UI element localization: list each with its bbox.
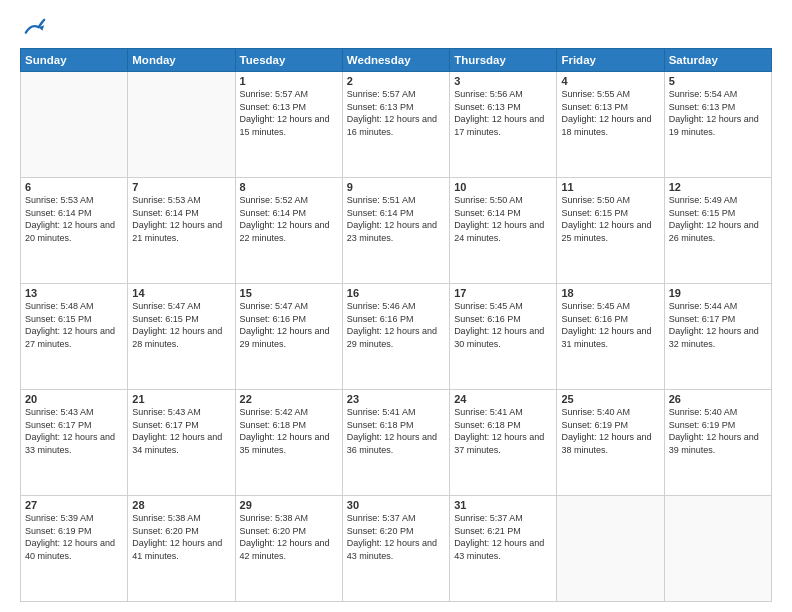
day-info: Sunrise: 5:55 AM Sunset: 6:13 PM Dayligh… — [561, 88, 659, 138]
calendar-cell: 15Sunrise: 5:47 AM Sunset: 6:16 PM Dayli… — [235, 284, 342, 390]
calendar-cell: 10Sunrise: 5:50 AM Sunset: 6:14 PM Dayli… — [450, 178, 557, 284]
calendar-cell: 23Sunrise: 5:41 AM Sunset: 6:18 PM Dayli… — [342, 390, 449, 496]
day-info: Sunrise: 5:38 AM Sunset: 6:20 PM Dayligh… — [132, 512, 230, 562]
day-number: 12 — [669, 181, 767, 193]
day-number: 7 — [132, 181, 230, 193]
weekday-header-monday: Monday — [128, 49, 235, 72]
day-number: 19 — [669, 287, 767, 299]
calendar-cell: 22Sunrise: 5:42 AM Sunset: 6:18 PM Dayli… — [235, 390, 342, 496]
day-number: 4 — [561, 75, 659, 87]
day-number: 14 — [132, 287, 230, 299]
calendar-cell: 16Sunrise: 5:46 AM Sunset: 6:16 PM Dayli… — [342, 284, 449, 390]
day-number: 17 — [454, 287, 552, 299]
day-number: 10 — [454, 181, 552, 193]
day-info: Sunrise: 5:42 AM Sunset: 6:18 PM Dayligh… — [240, 406, 338, 456]
day-number: 13 — [25, 287, 123, 299]
calendar-cell: 7Sunrise: 5:53 AM Sunset: 6:14 PM Daylig… — [128, 178, 235, 284]
day-number: 1 — [240, 75, 338, 87]
day-number: 21 — [132, 393, 230, 405]
day-info: Sunrise: 5:49 AM Sunset: 6:15 PM Dayligh… — [669, 194, 767, 244]
day-info: Sunrise: 5:38 AM Sunset: 6:20 PM Dayligh… — [240, 512, 338, 562]
weekday-header-sunday: Sunday — [21, 49, 128, 72]
day-info: Sunrise: 5:40 AM Sunset: 6:19 PM Dayligh… — [561, 406, 659, 456]
calendar-cell: 31Sunrise: 5:37 AM Sunset: 6:21 PM Dayli… — [450, 496, 557, 602]
week-row-4: 20Sunrise: 5:43 AM Sunset: 6:17 PM Dayli… — [21, 390, 772, 496]
calendar-cell: 9Sunrise: 5:51 AM Sunset: 6:14 PM Daylig… — [342, 178, 449, 284]
calendar-cell — [664, 496, 771, 602]
calendar-table: SundayMondayTuesdayWednesdayThursdayFrid… — [20, 48, 772, 602]
header — [20, 18, 772, 40]
day-info: Sunrise: 5:53 AM Sunset: 6:14 PM Dayligh… — [25, 194, 123, 244]
calendar-cell: 28Sunrise: 5:38 AM Sunset: 6:20 PM Dayli… — [128, 496, 235, 602]
day-number: 18 — [561, 287, 659, 299]
day-info: Sunrise: 5:37 AM Sunset: 6:21 PM Dayligh… — [454, 512, 552, 562]
calendar-cell: 19Sunrise: 5:44 AM Sunset: 6:17 PM Dayli… — [664, 284, 771, 390]
day-number: 27 — [25, 499, 123, 511]
day-info: Sunrise: 5:51 AM Sunset: 6:14 PM Dayligh… — [347, 194, 445, 244]
day-number: 15 — [240, 287, 338, 299]
week-row-2: 6Sunrise: 5:53 AM Sunset: 6:14 PM Daylig… — [21, 178, 772, 284]
day-number: 24 — [454, 393, 552, 405]
day-number: 31 — [454, 499, 552, 511]
day-info: Sunrise: 5:56 AM Sunset: 6:13 PM Dayligh… — [454, 88, 552, 138]
calendar-cell: 12Sunrise: 5:49 AM Sunset: 6:15 PM Dayli… — [664, 178, 771, 284]
calendar-cell: 25Sunrise: 5:40 AM Sunset: 6:19 PM Dayli… — [557, 390, 664, 496]
day-number: 5 — [669, 75, 767, 87]
calendar-cell: 21Sunrise: 5:43 AM Sunset: 6:17 PM Dayli… — [128, 390, 235, 496]
calendar-cell: 4Sunrise: 5:55 AM Sunset: 6:13 PM Daylig… — [557, 72, 664, 178]
calendar-cell: 26Sunrise: 5:40 AM Sunset: 6:19 PM Dayli… — [664, 390, 771, 496]
day-info: Sunrise: 5:50 AM Sunset: 6:15 PM Dayligh… — [561, 194, 659, 244]
day-info: Sunrise: 5:37 AM Sunset: 6:20 PM Dayligh… — [347, 512, 445, 562]
calendar-cell — [128, 72, 235, 178]
day-number: 16 — [347, 287, 445, 299]
weekday-header-wednesday: Wednesday — [342, 49, 449, 72]
calendar-cell: 13Sunrise: 5:48 AM Sunset: 6:15 PM Dayli… — [21, 284, 128, 390]
day-info: Sunrise: 5:40 AM Sunset: 6:19 PM Dayligh… — [669, 406, 767, 456]
day-info: Sunrise: 5:48 AM Sunset: 6:15 PM Dayligh… — [25, 300, 123, 350]
day-number: 26 — [669, 393, 767, 405]
day-info: Sunrise: 5:45 AM Sunset: 6:16 PM Dayligh… — [561, 300, 659, 350]
calendar-cell: 8Sunrise: 5:52 AM Sunset: 6:14 PM Daylig… — [235, 178, 342, 284]
calendar-cell: 6Sunrise: 5:53 AM Sunset: 6:14 PM Daylig… — [21, 178, 128, 284]
day-info: Sunrise: 5:39 AM Sunset: 6:19 PM Dayligh… — [25, 512, 123, 562]
calendar-cell: 17Sunrise: 5:45 AM Sunset: 6:16 PM Dayli… — [450, 284, 557, 390]
day-info: Sunrise: 5:52 AM Sunset: 6:14 PM Dayligh… — [240, 194, 338, 244]
calendar-cell — [21, 72, 128, 178]
day-info: Sunrise: 5:50 AM Sunset: 6:14 PM Dayligh… — [454, 194, 552, 244]
day-info: Sunrise: 5:43 AM Sunset: 6:17 PM Dayligh… — [132, 406, 230, 456]
day-number: 30 — [347, 499, 445, 511]
day-number: 11 — [561, 181, 659, 193]
week-row-3: 13Sunrise: 5:48 AM Sunset: 6:15 PM Dayli… — [21, 284, 772, 390]
day-info: Sunrise: 5:47 AM Sunset: 6:15 PM Dayligh… — [132, 300, 230, 350]
day-number: 28 — [132, 499, 230, 511]
week-row-5: 27Sunrise: 5:39 AM Sunset: 6:19 PM Dayli… — [21, 496, 772, 602]
day-number: 22 — [240, 393, 338, 405]
page: SundayMondayTuesdayWednesdayThursdayFrid… — [0, 0, 792, 612]
logo — [20, 18, 46, 40]
calendar-cell: 18Sunrise: 5:45 AM Sunset: 6:16 PM Dayli… — [557, 284, 664, 390]
day-info: Sunrise: 5:57 AM Sunset: 6:13 PM Dayligh… — [240, 88, 338, 138]
day-info: Sunrise: 5:44 AM Sunset: 6:17 PM Dayligh… — [669, 300, 767, 350]
weekday-header-friday: Friday — [557, 49, 664, 72]
calendar-cell: 5Sunrise: 5:54 AM Sunset: 6:13 PM Daylig… — [664, 72, 771, 178]
day-info: Sunrise: 5:46 AM Sunset: 6:16 PM Dayligh… — [347, 300, 445, 350]
day-number: 8 — [240, 181, 338, 193]
day-number: 25 — [561, 393, 659, 405]
day-info: Sunrise: 5:45 AM Sunset: 6:16 PM Dayligh… — [454, 300, 552, 350]
weekday-header-thursday: Thursday — [450, 49, 557, 72]
calendar-cell: 30Sunrise: 5:37 AM Sunset: 6:20 PM Dayli… — [342, 496, 449, 602]
calendar-cell: 14Sunrise: 5:47 AM Sunset: 6:15 PM Dayli… — [128, 284, 235, 390]
day-number: 3 — [454, 75, 552, 87]
day-number: 6 — [25, 181, 123, 193]
day-info: Sunrise: 5:57 AM Sunset: 6:13 PM Dayligh… — [347, 88, 445, 138]
calendar-cell: 29Sunrise: 5:38 AM Sunset: 6:20 PM Dayli… — [235, 496, 342, 602]
calendar-cell: 11Sunrise: 5:50 AM Sunset: 6:15 PM Dayli… — [557, 178, 664, 284]
day-info: Sunrise: 5:43 AM Sunset: 6:17 PM Dayligh… — [25, 406, 123, 456]
calendar-cell: 27Sunrise: 5:39 AM Sunset: 6:19 PM Dayli… — [21, 496, 128, 602]
day-number: 20 — [25, 393, 123, 405]
day-info: Sunrise: 5:53 AM Sunset: 6:14 PM Dayligh… — [132, 194, 230, 244]
calendar-cell: 2Sunrise: 5:57 AM Sunset: 6:13 PM Daylig… — [342, 72, 449, 178]
weekday-header-row: SundayMondayTuesdayWednesdayThursdayFrid… — [21, 49, 772, 72]
weekday-header-saturday: Saturday — [664, 49, 771, 72]
calendar-cell: 24Sunrise: 5:41 AM Sunset: 6:18 PM Dayli… — [450, 390, 557, 496]
